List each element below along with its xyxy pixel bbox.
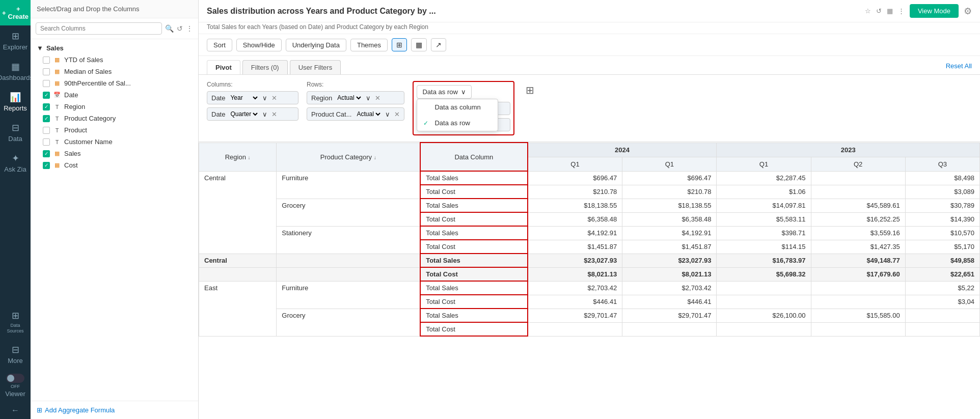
- sidebar-item-dashboards[interactable]: ▦ Dashboards: [0, 56, 31, 87]
- sort-button[interactable]: Sort: [207, 39, 232, 51]
- td-val-2: $696.47: [622, 171, 717, 185]
- more-header-icon[interactable]: ⋮: [898, 7, 905, 15]
- rows-field-2-select[interactable]: Actual: [355, 110, 382, 118]
- viewer-toggle[interactable]: OFF Viewer: [3, 370, 28, 402]
- td-val-14: $45,589.61: [811, 199, 905, 212]
- ytd-sales-type-icon: ▦: [53, 57, 61, 63]
- add-formula-button[interactable]: ⊞ Add Aggregate Formula: [31, 401, 198, 419]
- td-total-sales-3: Total Sales: [420, 226, 527, 240]
- columns-field-1-remove[interactable]: ✕: [271, 94, 277, 102]
- tab-filters[interactable]: Filters (0): [242, 60, 288, 74]
- sidebar-item-reports[interactable]: 📊 Reports: [0, 87, 31, 117]
- sidebar-item-more[interactable]: ⊟ More: [0, 339, 31, 370]
- column-item-cost[interactable]: ✓ ▦ Cost: [31, 159, 198, 171]
- view-mode-button[interactable]: View Mode: [910, 4, 959, 18]
- td-val-26: $1,451.87: [528, 240, 622, 254]
- settings-icon[interactable]: ⚙: [964, 6, 972, 17]
- columns-field-1[interactable]: Date Year Quarter ∨ ✕: [207, 91, 298, 104]
- cost-type-icon: ▦: [53, 162, 61, 169]
- reset-all-link[interactable]: Reset All: [946, 62, 972, 73]
- columns-field-1-select[interactable]: Year Quarter: [228, 94, 259, 102]
- more-options-icon[interactable]: ⋮: [186, 24, 193, 33]
- sidebar-item-ask-zia[interactable]: ✦ Ask Zia: [0, 148, 31, 178]
- td-central-total-sales-1: $23,027.93: [528, 254, 622, 267]
- sidebar-item-explorer[interactable]: ⊞ Explorer: [0, 25, 31, 56]
- chart-view-button[interactable]: ↗: [431, 38, 446, 51]
- dropdown-item-data-as-column[interactable]: Data as column: [417, 99, 498, 115]
- table-view-button[interactable]: ▦: [411, 38, 427, 51]
- ytd-sales-checkbox[interactable]: [43, 57, 50, 64]
- cost-checkbox[interactable]: ✓: [43, 162, 50, 169]
- refresh-icon[interactable]: ↺: [177, 24, 183, 33]
- th-q1-2023: Q1: [717, 157, 811, 171]
- rows-field-2-remove[interactable]: ✕: [394, 110, 400, 118]
- rows-field-1[interactable]: Region Actual ∨ ✕: [307, 91, 404, 104]
- 90th-checkbox[interactable]: [43, 80, 50, 87]
- th-data-column: Data Column: [420, 143, 527, 171]
- refresh-header-icon[interactable]: ↺: [876, 7, 882, 15]
- columns-field-2[interactable]: Date Quarter Year ∨ ✕: [207, 107, 298, 121]
- explorer-icon: ⊞: [12, 31, 19, 42]
- column-item-customer-name[interactable]: T Customer Name: [31, 136, 198, 148]
- column-item-product[interactable]: T Product: [31, 124, 198, 136]
- show-hide-button[interactable]: Show/Hide: [236, 39, 282, 51]
- date-checkbox[interactable]: ✓: [43, 92, 50, 99]
- rows-field-2[interactable]: Product Cat... Actual ∨ ✕: [307, 107, 404, 121]
- columns-field-2-remove[interactable]: ✕: [271, 110, 277, 118]
- median-sales-checkbox[interactable]: [43, 68, 50, 75]
- data-sources-icon: ⊞: [12, 310, 19, 321]
- data-table-container[interactable]: Region ↓ Product Category ↓ Data Column …: [199, 142, 980, 419]
- chart-config-icon[interactable]: ⊞: [526, 84, 534, 96]
- column-item-90th[interactable]: ▦ 90thPercentile of Sal...: [31, 77, 198, 89]
- themes-button[interactable]: Themes: [350, 39, 388, 51]
- td-val-19: $16,252.25: [811, 212, 905, 226]
- column-item-product-category[interactable]: ✓ T Product Category: [31, 113, 198, 124]
- column-item-sales[interactable]: ✓ ▦ Sales: [31, 148, 198, 159]
- data-as-row-dropdown: Data as row ∨ Data as column ✓ Data as r…: [417, 85, 510, 99]
- td-val-29: $1,427.35: [811, 240, 905, 254]
- section-label: Sales: [46, 44, 64, 52]
- product-type-icon: T: [53, 127, 61, 133]
- search-input[interactable]: [36, 22, 162, 35]
- main-content: Sales distribution across Years and Prod…: [199, 0, 980, 419]
- search-bar: 🔍 ↺ ⋮: [31, 18, 198, 39]
- td-val-7: $210.78: [622, 185, 717, 199]
- tab-user-filters[interactable]: User Filters: [290, 60, 341, 74]
- product-sort-icon[interactable]: ↓: [374, 155, 376, 160]
- rows-field-1-remove[interactable]: ✕: [375, 94, 380, 102]
- customer-name-checkbox[interactable]: [43, 138, 50, 146]
- product-category-label: Product Category: [64, 115, 116, 122]
- sidebar-collapse-button[interactable]: ←: [7, 402, 23, 419]
- create-label: + Create: [8, 5, 29, 20]
- td-val-28: $114.15: [717, 240, 811, 254]
- region-sort-icon[interactable]: ↓: [248, 155, 251, 160]
- columns-field-2-select[interactable]: Quarter Year: [228, 110, 259, 118]
- td-east-val-14: $15,585.00: [811, 309, 905, 322]
- region-checkbox[interactable]: ✓: [43, 103, 50, 110]
- column-item-region[interactable]: ✓ T Region: [31, 101, 198, 113]
- dropdown-item-data-as-row[interactable]: ✓ Data as row: [417, 115, 498, 131]
- column-item-ytd-sales[interactable]: ▦ YTD of Sales: [31, 54, 198, 66]
- data-as-row-button[interactable]: Data as row ∨: [417, 85, 471, 99]
- create-button[interactable]: + + Create: [0, 0, 31, 25]
- rows-field-1-select[interactable]: Actual: [335, 94, 363, 102]
- sidebar-item-data[interactable]: ⊟ Data: [0, 117, 31, 148]
- grid-view-button[interactable]: ⊞: [392, 38, 407, 51]
- table-row: Central Total Sales $23,027.93 $23,027.9…: [199, 254, 980, 267]
- column-item-date[interactable]: ✓ 📅 Date: [31, 89, 198, 101]
- tab-pivot[interactable]: Pivot: [207, 60, 240, 74]
- section-header-sales[interactable]: ▼ Sales: [31, 42, 198, 54]
- product-category-checkbox[interactable]: ✓: [43, 115, 50, 122]
- td-val-10: $3,089: [905, 185, 979, 199]
- sales-checkbox[interactable]: ✓: [43, 150, 50, 157]
- table-view-icon[interactable]: ▦: [887, 7, 893, 15]
- product-checkbox[interactable]: [43, 127, 50, 134]
- column-item-median-sales[interactable]: ▦ Median of Sales: [31, 66, 198, 77]
- star-icon[interactable]: ☆: [865, 7, 871, 15]
- sidebar-item-data-sources[interactable]: ⊞ Data Sources: [0, 305, 31, 339]
- td-total-cost-3: Total Cost: [420, 240, 527, 254]
- td-central-total-sales-4: $49,148.77: [811, 254, 905, 267]
- underlying-data-button[interactable]: Underlying Data: [286, 39, 346, 51]
- td-east-val-3: [717, 281, 811, 295]
- td-east-1: East: [199, 281, 277, 336]
